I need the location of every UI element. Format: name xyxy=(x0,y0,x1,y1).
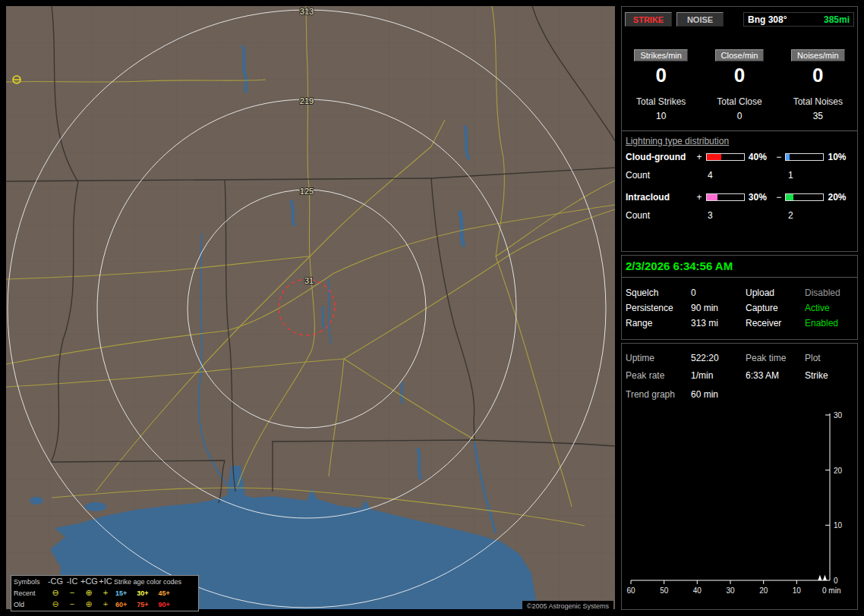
svg-text:10: 10 xyxy=(834,521,843,530)
stats-grid: Uptime 522:20 Peak time Plot Peak rate 1… xyxy=(622,344,857,385)
total-close-value: 0 xyxy=(700,111,778,121)
peak-rate-value: 1/min xyxy=(691,367,746,385)
legend-col-ic-pos: +IC xyxy=(97,577,114,586)
bearing-value: Bng 308° xyxy=(748,14,787,25)
cg-negative-pct: 10% xyxy=(825,152,853,162)
gauge-fill xyxy=(786,194,793,200)
plot-label: Plot xyxy=(805,350,857,367)
intracloud-row: Intracloud + 30% − 20% xyxy=(622,188,857,206)
upload-value: Disabled xyxy=(805,285,857,300)
age-code: 15+ xyxy=(115,589,127,597)
range-label: Range xyxy=(626,316,691,331)
intracloud-count-row: Count 3 2 xyxy=(622,206,857,224)
ic-negative-gauge xyxy=(785,193,824,201)
svg-text:50: 50 xyxy=(660,586,669,595)
persistence-label: Persistence xyxy=(626,300,691,316)
strikes-per-min-label[interactable]: Strikes/min xyxy=(634,49,687,61)
totals-row: Total Strikes 10 Total Close 0 Total Noi… xyxy=(622,96,857,121)
cg-positive-gauge xyxy=(706,153,745,161)
cloud-ground-row: Cloud-ground + 40% − 10% xyxy=(622,148,857,166)
receiver-value: Enabled xyxy=(805,316,857,331)
peak-time-value: 6:33 AM xyxy=(746,367,805,385)
uptime-label: Uptime xyxy=(626,350,691,367)
noises-per-min-label[interactable]: Noises/min xyxy=(791,49,844,61)
ic-positive-gauge xyxy=(706,193,745,201)
svg-text:40: 40 xyxy=(693,586,702,595)
cg-neg-old-icon: ⊖ xyxy=(47,600,64,608)
ic-negative-pct: 20% xyxy=(825,192,853,203)
total-strikes-value: 10 xyxy=(622,111,700,121)
age-code: 30+ xyxy=(137,589,148,597)
plot-value: Strike xyxy=(805,367,857,385)
total-noises-value: 35 xyxy=(779,111,857,121)
strike-toggle-button[interactable]: STRIKE xyxy=(625,12,672,27)
legend-row-recent-label: Recent xyxy=(14,589,47,597)
legend-col-cg-pos: +CG xyxy=(80,577,97,586)
ring-label-125: 125 xyxy=(300,187,314,196)
ring-label-31: 31 xyxy=(304,276,314,285)
legend-row-old-label: Old xyxy=(14,601,47,608)
svg-text:0: 0 xyxy=(834,577,838,585)
trend-graph-row: Trend graph 60 min xyxy=(622,385,857,400)
count-label: Count xyxy=(626,170,695,181)
ring-label-219: 219 xyxy=(300,96,314,105)
ic-positive-pct: 30% xyxy=(746,192,774,203)
legend-symbols-header: Symbols xyxy=(14,578,47,586)
trend-graph-label: Trend graph xyxy=(626,389,691,400)
peak-time-label: Peak time xyxy=(746,350,805,367)
noise-toggle-button[interactable]: NOISE xyxy=(676,12,724,27)
minus-sign: − xyxy=(774,152,784,162)
total-strikes: Total Strikes 10 xyxy=(622,96,700,121)
age-code: 45+ xyxy=(159,589,170,597)
plus-sign: + xyxy=(695,192,705,203)
cg-neg-recent-icon: ⊖ xyxy=(47,589,64,597)
peak-rate-label: Peak rate xyxy=(626,367,691,385)
legend-age-header: Strike age color codes xyxy=(114,578,198,586)
strikes-per-min-value: 0 xyxy=(655,64,666,87)
svg-text:20: 20 xyxy=(759,586,768,595)
total-strikes-label: Total Strikes xyxy=(622,96,700,107)
cg-negative-count: 1 xyxy=(788,170,793,181)
trend-graph-chart: 30 20 10 0 60 50 40 30 20 10 0 min xyxy=(623,407,856,597)
bearing-range-value: 385mi xyxy=(824,14,850,25)
strike-stats-panel: STRIKE NOISE Bng 308° 385mi Strikes/min … xyxy=(621,6,858,252)
chart-axes xyxy=(631,413,830,584)
ic-neg-old-icon: − xyxy=(64,600,80,608)
svg-text:10: 10 xyxy=(793,586,802,595)
minus-sign: − xyxy=(774,192,784,203)
cg-pos-recent-icon: ⊕ xyxy=(80,589,97,597)
svg-text:30: 30 xyxy=(834,411,843,420)
chart-x-tick-labels: 60 50 40 30 20 10 0 min xyxy=(626,586,840,595)
cg-pos-old-icon: ⊕ xyxy=(80,600,97,608)
chart-y-tick-labels: 30 20 10 0 xyxy=(834,411,843,585)
close-per-min-value: 0 xyxy=(734,64,745,87)
ic-neg-recent-icon: − xyxy=(64,589,80,597)
total-close-label: Total Close xyxy=(700,96,778,107)
age-code: 90+ xyxy=(159,601,170,608)
age-code: 75+ xyxy=(137,601,148,608)
ic-positive-count: 3 xyxy=(708,210,788,221)
svg-text:60: 60 xyxy=(626,586,635,595)
noises-per-min-value: 0 xyxy=(812,64,823,87)
distribution-title: Lightning type distribution xyxy=(622,131,857,148)
display-toggle-row: STRIKE NOISE Bng 308° 385mi xyxy=(622,7,857,27)
datetime-display: 2/3/2026 6:34:56 AM xyxy=(622,256,857,278)
uptime-value: 522:20 xyxy=(691,350,746,367)
legend-col-cg-neg: -CG xyxy=(47,577,64,586)
ic-pos-old-icon: + xyxy=(97,600,114,608)
capture-value: Active xyxy=(805,300,857,316)
cloud-ground-count-row: Count 4 1 xyxy=(622,166,857,184)
copyright-notice: ©2005 Astrogenic Systems xyxy=(522,601,613,611)
legend-col-ic-neg: -IC xyxy=(64,577,80,586)
map-canvas: 313 219 125 31 xyxy=(6,6,615,609)
upload-label: Upload xyxy=(746,285,805,300)
ic-negative-count: 2 xyxy=(788,210,793,221)
cg-positive-count: 4 xyxy=(708,170,788,181)
gauge-fill xyxy=(786,154,790,160)
receiver-label: Receiver xyxy=(746,316,805,331)
close-per-min-label[interactable]: Close/min xyxy=(715,49,765,61)
lightning-map[interactable]: 313 219 125 31 Symbols -CG -IC +CG +IC S… xyxy=(6,6,615,609)
range-value: 313 mi xyxy=(691,316,746,331)
trend-panel: Uptime 522:20 Peak time Plot Peak rate 1… xyxy=(621,343,858,610)
app-window: 313 219 125 31 Symbols -CG -IC +CG +IC S… xyxy=(0,0,864,616)
